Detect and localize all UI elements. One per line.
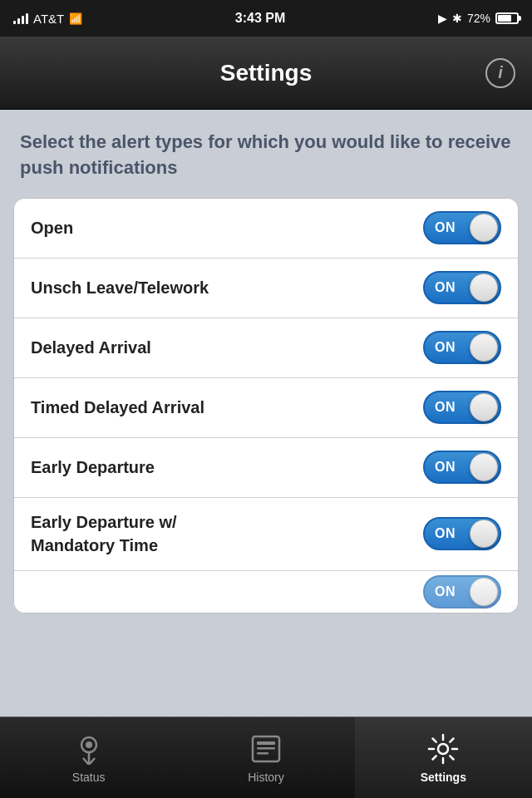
toggle-knob-delayed-arrival [470, 333, 498, 362]
setting-row-partial: ON [14, 571, 518, 613]
bluetooth-icon: ✱ [452, 12, 462, 25]
setting-row-timed-delayed: Timed Delayed Arrival ON [14, 378, 518, 438]
page-title: Settings [220, 60, 312, 86]
nav-bar: Settings i [0, 37, 532, 110]
tab-settings-icon [426, 732, 460, 766]
setting-row-delayed-arrival: Delayed Arrival ON [14, 318, 518, 378]
wifi-icon: 📶 [69, 12, 82, 25]
tab-history-icon [249, 732, 283, 766]
battery-icon [495, 12, 519, 24]
svg-line-14 [433, 756, 436, 759]
info-button[interactable]: i [485, 58, 515, 88]
setting-row-early-departure: Early Departure ON [14, 438, 518, 498]
tab-settings[interactable]: Settings [355, 717, 532, 798]
status-right: ▶ ✱ 72% [438, 12, 519, 25]
svg-rect-3 [257, 741, 275, 745]
description-text: Select the alert types for which you wou… [20, 130, 512, 181]
svg-point-1 [86, 741, 92, 748]
description-area: Select the alert types for which you wou… [0, 110, 532, 198]
settings-list: Open ON Unsch Leave/Telework ON Delayed … [13, 198, 519, 613]
tab-status-icon [72, 732, 106, 766]
setting-label-timed-delayed: Timed Delayed Arrival [31, 398, 204, 417]
tab-bar: Status History [0, 717, 532, 798]
svg-line-13 [451, 738, 454, 741]
toggle-partial[interactable]: ON [423, 575, 501, 608]
tab-settings-label: Settings [421, 771, 466, 784]
setting-row-open: Open ON [14, 199, 518, 259]
setting-label-delayed-arrival: Delayed Arrival [31, 338, 151, 357]
svg-rect-4 [257, 747, 275, 750]
tab-history-label: History [248, 771, 284, 784]
status-bar: AT&T 📶 3:43 PM ▶ ✱ 72% [0, 0, 532, 37]
battery-percent: 72% [467, 12, 490, 25]
toggle-knob-open [470, 214, 498, 242]
setting-row-unsch-leave: Unsch Leave/Telework ON [14, 259, 518, 318]
toggle-early-departure-mandatory[interactable]: ON [423, 517, 501, 550]
toggle-early-departure[interactable]: ON [423, 451, 501, 484]
toggle-knob-unsch-leave [470, 273, 498, 302]
toggle-unsch-leave[interactable]: ON [423, 271, 501, 304]
signal-icon [13, 12, 28, 24]
svg-line-11 [433, 738, 436, 741]
setting-label-early-departure-mandatory: Early Departure w/Mandatory Time [31, 510, 177, 557]
setting-label-early-departure: Early Departure [31, 458, 155, 477]
tab-status-label: Status [72, 771, 106, 784]
toggle-knob-early-departure-mandatory [470, 520, 498, 548]
svg-rect-5 [257, 752, 268, 755]
svg-point-6 [438, 744, 448, 754]
tab-history[interactable]: History [177, 717, 354, 798]
toggle-delayed-arrival[interactable]: ON [423, 331, 501, 364]
status-left: AT&T 📶 [13, 12, 82, 26]
toggle-knob-early-departure [470, 453, 498, 481]
toggle-knob-timed-delayed [470, 393, 498, 421]
setting-label-open: Open [31, 219, 73, 238]
toggle-open[interactable]: ON [423, 211, 501, 244]
svg-line-12 [451, 756, 454, 759]
status-time: 3:43 PM [235, 11, 285, 26]
toggle-timed-delayed[interactable]: ON [423, 391, 501, 424]
tab-status[interactable]: Status [0, 717, 177, 798]
setting-label-unsch-leave: Unsch Leave/Telework [31, 278, 209, 298]
location-icon: ▶ [438, 12, 447, 25]
setting-row-early-departure-mandatory: Early Departure w/Mandatory Time ON [14, 498, 518, 571]
carrier-label: AT&T [33, 12, 64, 26]
